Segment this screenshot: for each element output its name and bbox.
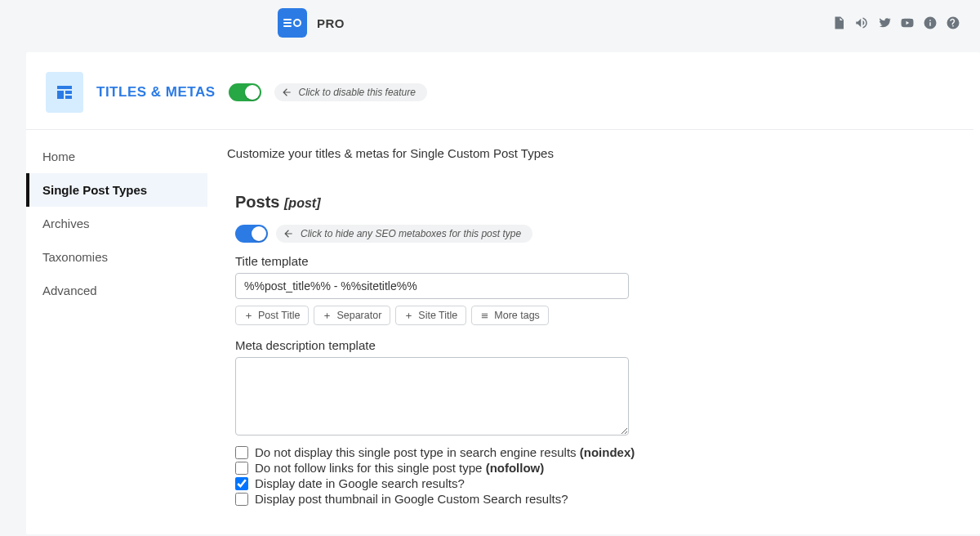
titles-metas-icon [46,72,83,113]
arrow-left-icon [283,228,294,239]
section-title: Posts [post] [235,193,947,212]
sidebar-item-label: Taxonomies [42,250,108,264]
topbar-left: PRO [278,8,345,38]
post-type-seo-toggle[interactable] [235,225,268,243]
section-slug: [post] [284,196,320,210]
feature-toggle[interactable] [229,83,261,101]
sidebar-item-archives[interactable]: Archives [26,207,207,240]
body-section: Home Single Post Types Archives Taxonomi… [26,130,980,530]
megaphone-icon[interactable] [854,16,869,30]
sidebar: Home Single Post Types Archives Taxonomi… [26,130,207,530]
title-template-input[interactable] [235,273,629,299]
sidebar-item-taxonomies[interactable]: Taxonomies [26,240,207,274]
arrow-left-icon [281,87,292,98]
topbar: PRO [0,0,980,46]
help-icon[interactable] [946,16,960,30]
sidebar-item-label: Single Post Types [42,183,147,197]
sidebar-item-label: Advanced [42,284,97,297]
youtube-icon[interactable] [900,16,915,30]
sidebar-item-advanced[interactable]: Advanced [26,274,207,307]
plus-icon [323,311,332,320]
nofollow-checkbox[interactable] [235,462,248,475]
plus-icon [244,311,253,320]
twitter-icon[interactable] [877,16,892,30]
noindex-checkbox[interactable] [235,446,248,459]
header-section: TITLES & METAS Click to disable this fea… [26,52,973,130]
tag-site-title-button[interactable]: Site Title [395,306,466,325]
sidebar-item-label: Archives [42,217,90,230]
info-icon[interactable] [923,16,938,30]
main-card: TITLES & METAS Click to disable this fea… [26,52,980,534]
document-icon[interactable] [831,16,846,30]
plus-icon [404,311,413,320]
pro-label: PRO [317,16,345,30]
noindex-checkbox-row[interactable]: Do not display this single post type in … [235,445,947,459]
post-type-seo-hint: Click to hide any SEO metaboxes for this… [276,225,532,243]
display-thumbnail-checkbox-row[interactable]: Display post thumbnail in Google Custom … [235,492,947,506]
more-tags-button[interactable]: More tags [471,306,549,325]
topbar-right [831,16,960,30]
sidebar-item-home[interactable]: Home [26,140,207,173]
sidebar-item-single-post-types[interactable]: Single Post Types [26,173,207,207]
page-title: TITLES & METAS [96,84,216,100]
section-toggle-row: Click to hide any SEO metaboxes for this… [235,225,947,243]
nofollow-checkbox-row[interactable]: Do not follow links for this single post… [235,461,947,475]
display-date-checkbox[interactable] [235,477,248,490]
tag-post-title-button[interactable]: Post Title [235,306,309,325]
display-date-checkbox-row[interactable]: Display date in Google search results? [235,476,947,490]
menu-icon [480,311,489,320]
meta-description-label: Meta description template [235,338,947,352]
meta-description-input[interactable] [235,357,629,436]
content: Customize your titles & metas for Single… [207,130,980,530]
app-logo [278,8,307,38]
tag-buttons: Post Title Separator Site Title More tag… [235,306,947,325]
display-thumbnail-checkbox[interactable] [235,493,248,506]
feature-toggle-hint: Click to disable this feature [274,83,427,101]
tag-separator-button[interactable]: Separator [314,306,390,325]
sidebar-item-label: Home [42,150,75,163]
title-template-label: Title template [235,254,947,268]
content-intro: Customize your titles & metas for Single… [227,146,947,160]
